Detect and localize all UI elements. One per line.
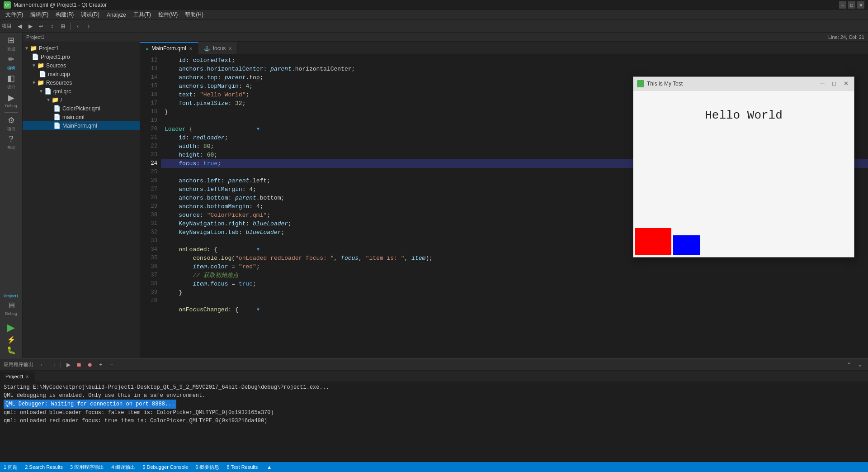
bottom-item-appoutput[interactable]: 3 应用程序输出	[70, 464, 104, 471]
ln-16: 16	[142, 91, 157, 99]
toolbar-btn-4[interactable]: ↕	[47, 21, 57, 31]
welcome-label: 欢迎	[7, 46, 15, 52]
preview-maximize-btn[interactable]: □	[830, 79, 839, 88]
tree-item-resources[interactable]: ▼ 📁 Resources	[23, 78, 140, 87]
output-content[interactable]: Starting E:\MyCode\qtproj\build-Project1…	[0, 381, 868, 462]
sidebar-design[interactable]: ◧ 设计	[2, 72, 20, 91]
bottom-item-debugconsole[interactable]: 5 Debugger Console	[142, 464, 188, 470]
output-highlight-text: QML Debugger: Waiting for connection on …	[4, 400, 176, 409]
preview-close-btn[interactable]: ✕	[841, 79, 850, 88]
menu-edit[interactable]: 编辑(E)	[27, 10, 52, 19]
tree-item-mainqml[interactable]: 📄 main.qml	[23, 113, 140, 121]
ln-18: 18	[142, 108, 157, 116]
tab-mainform-close[interactable]: ✕	[189, 46, 193, 51]
bottom-bar: 1 问题 2 Search Results 3 应用程序输出 4 编译输出 5 …	[0, 462, 868, 472]
line-40: ▼ onFocusChanged: {	[165, 306, 239, 313]
tree-item-colorpicker[interactable]: 📄 ColorPicker.qml	[23, 104, 140, 113]
toolbar-btn-1[interactable]: ◀	[14, 21, 24, 31]
tree-item-slash[interactable]: ▼ 📁 /	[23, 95, 140, 104]
line-31: KeyNavigation.tab: blueLoader;	[165, 229, 284, 236]
tree-item-pro[interactable]: 📄 Project1.pro	[23, 52, 140, 61]
line-29: source: "ColorPicker.qml";	[165, 212, 270, 219]
output-collapse-btn[interactable]: ⌃	[844, 360, 854, 369]
ln-14: 14	[142, 73, 157, 82]
debug-top-label: Debug	[5, 104, 17, 108]
output-record-btn[interactable]: ⏺	[85, 360, 94, 369]
preview-app-icon	[637, 80, 644, 87]
tree-arrow-qmlqrc: ▼	[39, 89, 43, 94]
sidebar-debug-bottom[interactable]: 🖥 Debug	[2, 299, 20, 317]
output-run-btn[interactable]: ▶	[64, 360, 73, 369]
tab-qml-icon: ⬧	[146, 46, 149, 51]
preview-minimize-btn[interactable]: ─	[818, 79, 827, 88]
output-add-btn[interactable]: +	[96, 360, 105, 369]
sidebar-help[interactable]: ? 帮助	[2, 133, 20, 152]
menu-file[interactable]: 文件(F)	[2, 10, 27, 19]
project-bottom-label: Project1	[4, 294, 19, 298]
menu-tools[interactable]: 工具(T)	[130, 10, 155, 19]
edit-icon: ✏	[8, 54, 14, 64]
tree-label-slash: /	[61, 97, 62, 103]
bottom-item-problems[interactable]: 1 问题	[4, 464, 18, 471]
tree-icon-mainformqml: 📄	[53, 122, 61, 129]
output-tabs: Project1 ✕	[0, 371, 868, 381]
output-tab-close[interactable]: ✕	[25, 374, 29, 379]
output-tab-project1[interactable]: Project1 ✕	[0, 372, 35, 381]
tab-focus[interactable]: ⚓ focus ✕	[198, 42, 238, 54]
debug-icon-bottom: 🖥	[7, 301, 15, 310]
output-minus-btn[interactable]: −	[107, 360, 116, 369]
toolbar-btn-2[interactable]: ▶	[25, 21, 35, 31]
output-stop-btn[interactable]: ⏹	[75, 360, 84, 369]
tree-label-maincpp: main.cpp	[48, 71, 70, 77]
editor-area: Line: 24, Col: 21 ⬧ MainForm.qml ✕ ⚓ foc…	[140, 33, 868, 358]
toolbar-btn-back[interactable]: ‹	[73, 21, 83, 31]
menu-build[interactable]: 构建(B)	[52, 10, 77, 19]
sidebar-debug-run-btn[interactable]: 🐛	[7, 346, 16, 354]
bottom-item-testresults[interactable]: 8 Test Results	[226, 464, 258, 470]
bottom-debugconsole-label: 5 Debugger Console	[142, 464, 188, 470]
ln-40: 40	[142, 297, 157, 305]
sidebar-welcome[interactable]: ⊞ 欢迎	[2, 34, 20, 52]
line-28: anchors.bottomMargin: 4;	[165, 203, 263, 210]
bottom-item-overview[interactable]: 6 概要信息	[195, 464, 219, 471]
close-button[interactable]: ✕	[857, 1, 864, 9]
tree-project-root[interactable]: ▼ 📁 Project1	[23, 44, 140, 52]
sidebar-project[interactable]: ⚙ 项目	[2, 114, 20, 133]
tree-icon-sources: 📁	[37, 62, 44, 69]
ln-15: 15	[142, 82, 157, 91]
toolbar-btn-5[interactable]: ⊞	[58, 21, 68, 31]
tree-item-mainformqml[interactable]: 📄 MainForm.qml	[23, 121, 140, 130]
output-prev-btn[interactable]: ←	[38, 360, 47, 369]
sidebar-debug-top[interactable]: ▶ Debug	[2, 91, 20, 110]
maximize-button[interactable]: □	[848, 1, 855, 9]
tab-focus-close[interactable]: ✕	[228, 46, 232, 51]
bottom-problems-label: 1 问题	[4, 464, 18, 471]
output-next-btn[interactable]: →	[49, 360, 58, 369]
tree-label-qmlqrc: qml.qrc	[53, 88, 71, 95]
toolbar-btn-3[interactable]: ↩	[36, 21, 46, 31]
tree-item-qmlqrc[interactable]: ▼ 📄 qml.qrc	[23, 87, 140, 95]
sidebar-build-run-btn[interactable]: ⚡	[7, 335, 16, 344]
output-expand-btn[interactable]: ⌄	[855, 360, 864, 369]
menu-analyze[interactable]: Analyze	[103, 11, 130, 19]
project-icon: ⚙	[8, 115, 15, 125]
sidebar-edit[interactable]: ✏ 编辑	[2, 53, 20, 72]
tab-mainform[interactable]: ⬧ MainForm.qml ✕	[140, 42, 198, 54]
output-line-4: qml: onLoaded blueLoader focus: false it…	[4, 409, 864, 417]
preview-content: Hello World	[633, 91, 854, 257]
sidebar-run-btn[interactable]: ▶	[7, 322, 15, 334]
toolbar-btn-forward[interactable]: ›	[84, 21, 94, 31]
tree-item-maincpp[interactable]: 📄 main.cpp	[23, 70, 140, 78]
menu-widgets[interactable]: 控件(W)	[155, 10, 181, 19]
tree-item-sources[interactable]: ▼ 📁 Sources	[23, 61, 140, 70]
design-label: 设计	[7, 84, 15, 90]
menu-help[interactable]: 帮助(H)	[181, 10, 207, 19]
minimize-button[interactable]: −	[839, 1, 846, 9]
project-tree: ▼ 📁 Project1 📄 Project1.pro ▼ 📁 Sources …	[23, 42, 140, 358]
menu-debug[interactable]: 调试(D)	[77, 10, 103, 19]
bottom-item-search[interactable]: 2 Search Results	[25, 464, 63, 470]
line-38: }	[165, 289, 182, 296]
editor-status-text: Line: 24, Col: 21	[828, 34, 864, 40]
bottom-item-compile[interactable]: 4 编译输出	[111, 464, 135, 471]
preview-blue-rect	[673, 235, 700, 255]
